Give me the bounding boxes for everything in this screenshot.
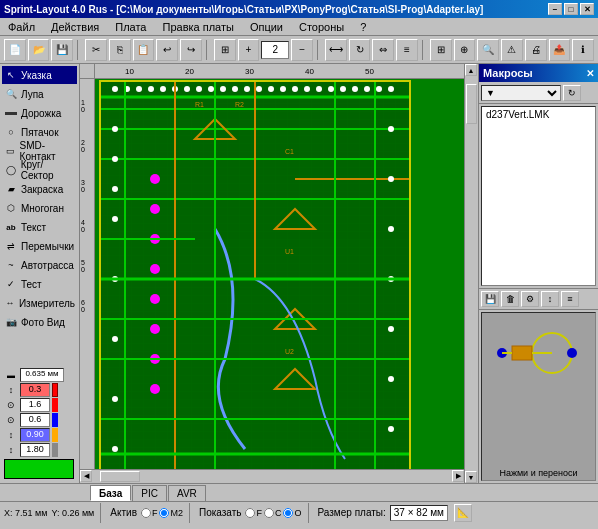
macro-close-button[interactable]: ✕	[586, 68, 594, 79]
zoom-out-button[interactable]: −	[291, 39, 313, 61]
horizontal-scrollbar[interactable]: ◀ ▶	[80, 469, 464, 483]
export-button[interactable]: 📤	[549, 39, 571, 61]
radio-f[interactable]: F	[141, 508, 158, 518]
rotate-button[interactable]: ↻	[349, 39, 371, 61]
menu-sides[interactable]: Стороны	[295, 20, 348, 34]
show-radio-c-input[interactable]	[264, 508, 274, 518]
status-sep-1	[100, 503, 104, 523]
tool-smd[interactable]: ▭ SMD-Контакт	[2, 142, 77, 160]
new-button[interactable]: 📄	[4, 39, 26, 61]
linewidth-value[interactable]: 0.635 мм	[20, 368, 64, 382]
tool-pad[interactable]: ○ Пятачок	[2, 123, 77, 141]
print-button[interactable]: 🖨	[525, 39, 547, 61]
maximize-button[interactable]: □	[564, 3, 578, 15]
show-radio-c[interactable]: C	[264, 508, 282, 518]
minimize-button[interactable]: −	[548, 3, 562, 15]
radio-m2-input[interactable]	[159, 508, 169, 518]
active-radio-group[interactable]: F M2	[141, 508, 183, 518]
save-button[interactable]: 💾	[51, 39, 73, 61]
tab-avr[interactable]: AVR	[168, 485, 206, 501]
zoom-in-button[interactable]: +	[238, 39, 260, 61]
scroll-thumb-v[interactable]	[466, 84, 477, 124]
tab-pic[interactable]: PIC	[132, 485, 167, 501]
macro-refresh-button[interactable]: ↻	[563, 85, 581, 101]
macro-dropdown[interactable]: ▼	[481, 85, 561, 101]
m4-value[interactable]: 0.90	[20, 428, 50, 442]
tool-autoroute[interactable]: ~ Автотрасса	[2, 256, 77, 274]
svg-point-10	[208, 86, 214, 92]
macro-save-button[interactable]: 💾	[481, 291, 499, 307]
svg-point-59	[388, 376, 394, 382]
tool-road[interactable]: Дорожка	[2, 104, 77, 122]
zoom-input[interactable]: 2	[261, 41, 289, 59]
m1-value[interactable]: 0.3	[20, 383, 50, 397]
mirror-button[interactable]: ⇔	[372, 39, 394, 61]
close-button[interactable]: ✕	[580, 3, 594, 15]
scroll-up-button[interactable]: ▲	[465, 64, 477, 76]
undo-button[interactable]: ↩	[156, 39, 178, 61]
paste-button[interactable]: 📋	[133, 39, 155, 61]
show-radio-group[interactable]: F C O	[245, 508, 301, 518]
tool-text[interactable]: ab Текст	[2, 218, 77, 236]
redo-button[interactable]: ↪	[180, 39, 202, 61]
snap-button[interactable]: ⊕	[454, 39, 476, 61]
window-controls: − □ ✕	[548, 3, 594, 15]
left-toolbar: ↖ Указка 🔍 Лупа Дорожка ○ Пятачок ▭ SMD-…	[0, 64, 80, 483]
tool-polygon-label: Многоган	[21, 203, 64, 214]
tool-fill[interactable]: ▰ Закраска	[2, 180, 77, 198]
pcb-svg[interactable]: R1 R2 C1 U1 U2	[95, 79, 464, 469]
menu-actions[interactable]: Действия	[47, 20, 103, 34]
canvas-area[interactable]: 10 20 30 40 50 10 20 30 40 50 60	[80, 64, 478, 483]
cut-button[interactable]: ✂	[85, 39, 107, 61]
tool-photo[interactable]: 📷 Фото Вид	[2, 313, 77, 331]
radio-m2[interactable]: M2	[159, 508, 183, 518]
macro-sort-button[interactable]: ↕	[541, 291, 559, 307]
tool-pointer[interactable]: ↖ Указка	[2, 66, 77, 84]
macro-delete-button[interactable]: 🗑	[501, 291, 519, 307]
board-size-button[interactable]: 📐	[454, 504, 472, 522]
tool-measure[interactable]: ↔ Измеритель	[2, 294, 77, 312]
m2-value[interactable]: 1.6	[20, 398, 50, 412]
show-radio-o-input[interactable]	[283, 508, 293, 518]
tool-test[interactable]: ✓ Тест	[2, 275, 77, 293]
grid-button[interactable]: ⊞	[430, 39, 452, 61]
menu-edit[interactable]: Правка платы	[158, 20, 237, 34]
svg-point-11	[220, 86, 226, 92]
scroll-down-button[interactable]: ▼	[465, 471, 477, 483]
show-radio-f-input[interactable]	[245, 508, 255, 518]
menu-board[interactable]: Плата	[111, 20, 150, 34]
tool-lupa[interactable]: 🔍 Лупа	[2, 85, 77, 103]
open-button[interactable]: 📂	[28, 39, 50, 61]
tool-bridge[interactable]: ⇌ Перемычки	[2, 237, 77, 255]
m3-value[interactable]: 0.6	[20, 413, 50, 427]
svg-point-47	[112, 156, 118, 162]
menu-help[interactable]: ?	[356, 20, 370, 34]
macro-list[interactable]: d237Vert.LMK	[481, 106, 596, 286]
tab-baza[interactable]: База	[90, 485, 131, 501]
macro-list-button[interactable]: ≡	[561, 291, 579, 307]
show-radio-f[interactable]: F	[245, 508, 262, 518]
separator-3	[317, 40, 321, 60]
menu-file[interactable]: Файл	[4, 20, 39, 34]
tool-polygon[interactable]: ⬡ Многоган	[2, 199, 77, 217]
scroll-thumb-h[interactable]	[100, 471, 140, 482]
svg-text:R1: R1	[195, 101, 204, 108]
show-radio-o[interactable]: O	[283, 508, 301, 518]
flip-button[interactable]: ⟷	[325, 39, 347, 61]
info-button[interactable]: ℹ	[572, 39, 594, 61]
search-button[interactable]: 🔍	[477, 39, 499, 61]
scroll-right-button[interactable]: ▶	[452, 470, 464, 482]
menu-options[interactable]: Опции	[246, 20, 287, 34]
zoom-fit-button[interactable]: ⊞	[214, 39, 236, 61]
macro-item[interactable]: d237Vert.LMK	[482, 107, 595, 122]
m5-value[interactable]: 1.80	[20, 443, 50, 457]
macro-settings-button[interactable]: ⚙	[521, 291, 539, 307]
vertical-scrollbar[interactable]: ▲ ▼	[464, 64, 478, 483]
copy-button[interactable]: ⎘	[109, 39, 131, 61]
drc-button[interactable]: ⚠	[501, 39, 523, 61]
tool-measure-label: Измеритель	[19, 298, 75, 309]
align-button[interactable]: ≡	[396, 39, 418, 61]
tool-circle[interactable]: ◯ Круг/Сектор	[2, 161, 77, 179]
scroll-left-button[interactable]: ◀	[80, 470, 92, 482]
radio-f-input[interactable]	[141, 508, 151, 518]
